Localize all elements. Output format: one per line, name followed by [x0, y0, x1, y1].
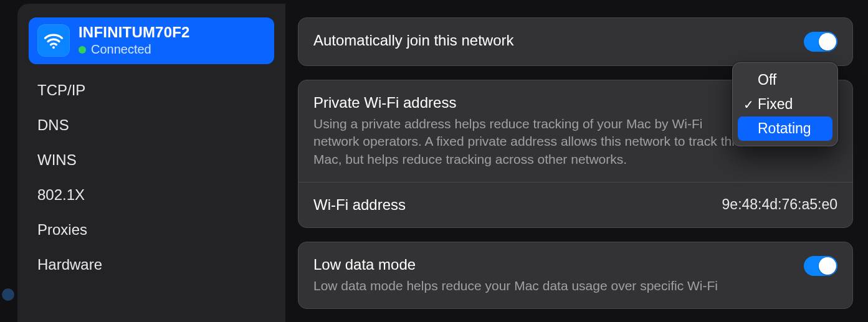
wifi-address-value: 9e:48:4d:76:a5:e0	[722, 196, 837, 213]
sidebar-list: TCP/IP DNS WINS 802.1X Proxies Hardware	[29, 69, 274, 282]
network-text: INFINITUM70F2 Connected	[79, 24, 190, 57]
menu-item-rotating[interactable]: Rotating	[738, 116, 832, 141]
wifi-icon	[37, 24, 70, 57]
sidebar-item-8021x[interactable]: 802.1X	[30, 178, 273, 212]
menu-item-label: Fixed	[758, 96, 793, 113]
main-panel: Automatically join this network Private …	[285, 4, 868, 322]
network-name: INFINITUM70F2	[79, 24, 190, 41]
auto-join-row: Automatically join this network	[298, 18, 852, 65]
background-app-peek	[2, 288, 14, 301]
sidebar-item-wins[interactable]: WINS	[30, 143, 273, 178]
menu-item-fixed[interactable]: ✓ Fixed	[738, 92, 832, 116]
sidebar-network-item[interactable]: INFINITUM70F2 Connected	[29, 17, 274, 64]
menu-item-off[interactable]: Off	[738, 68, 832, 92]
sidebar-item-dns[interactable]: DNS	[30, 108, 273, 143]
sidebar-item-hardware[interactable]: Hardware	[30, 247, 273, 282]
auto-join-card: Automatically join this network	[298, 17, 853, 66]
sidebar: INFINITUM70F2 Connected TCP/IP DNS WINS …	[17, 4, 285, 322]
wifi-address-row: Wi-Fi address 9e:48:4d:76:a5:e0	[298, 182, 852, 227]
auto-join-title: Automatically join this network	[313, 32, 513, 49]
private-address-desc: Using a private address helps reduce tra…	[313, 115, 743, 168]
network-status: Connected	[79, 42, 190, 57]
svg-point-0	[52, 46, 55, 49]
wifi-address-label: Wi-Fi address	[313, 196, 406, 214]
sidebar-item-proxies[interactable]: Proxies	[30, 212, 273, 247]
low-data-row: Low data mode Low data mode helps reduce…	[298, 242, 852, 308]
low-data-card: Low data mode Low data mode helps reduce…	[298, 242, 853, 309]
menu-item-label: Rotating	[758, 120, 811, 137]
sidebar-item-tcpip[interactable]: TCP/IP	[30, 73, 273, 108]
network-status-text: Connected	[91, 42, 151, 57]
check-icon: ✓	[742, 97, 755, 112]
auto-join-toggle[interactable]	[804, 32, 837, 52]
menu-item-label: Off	[758, 72, 776, 88]
low-data-title: Low data mode	[313, 256, 718, 273]
private-address-menu[interactable]: Off ✓ Fixed Rotating	[732, 62, 838, 146]
low-data-toggle[interactable]	[804, 256, 837, 276]
status-dot-icon	[79, 46, 86, 54]
low-data-desc: Low data mode helps reduce your Mac data…	[313, 277, 718, 295]
